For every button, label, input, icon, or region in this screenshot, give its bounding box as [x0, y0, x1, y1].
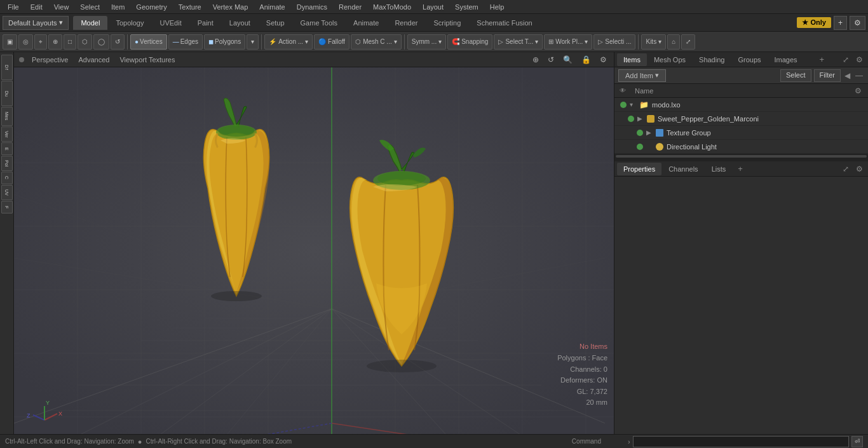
select-i-dropdown[interactable]: ▷ Selecti ... [593, 34, 635, 50]
lasso-button[interactable]: ⬡ [78, 34, 92, 50]
add-item-button[interactable]: Add Item ▾ [618, 69, 666, 82]
items-tab-add[interactable]: + [815, 53, 828, 65]
prop-settings-icon[interactable]: ⚙ [853, 163, 865, 175]
prop-tab-lists[interactable]: Lists [705, 163, 733, 175]
left-tool-9[interactable]: F [1, 201, 13, 214]
items-expand-icon[interactable]: ⤢ [840, 54, 851, 65]
edges-button[interactable]: — Edges [168, 34, 203, 50]
menu-maxtomodo[interactable]: MaxToModo [368, 2, 416, 12]
layout-dropdown[interactable]: Default Layouts ▾ [3, 16, 69, 30]
menu-edit[interactable]: Edit [25, 2, 48, 12]
viewport-textures-btn[interactable]: Viewport Textures [117, 56, 177, 64]
item-vis-root[interactable] [617, 102, 630, 108]
item-expand-root[interactable]: ▾ [630, 101, 637, 108]
viewport-settings-icon[interactable]: ⚙ [598, 55, 609, 64]
select-tool-dropdown[interactable]: ▷ Select T... ▾ [494, 34, 543, 50]
command-submit-btn[interactable]: ⏎ [851, 436, 863, 447]
tab-uvedit[interactable]: UVEdit [152, 16, 189, 30]
tab-render[interactable]: Render [387, 16, 425, 30]
menu-select[interactable]: Select [75, 2, 105, 12]
prop-expand-icon[interactable]: ⤢ [840, 163, 851, 175]
item-expand-texture[interactable]: ▶ [646, 129, 654, 136]
left-tool-2[interactable]: Du [1, 81, 13, 106]
tab-paint[interactable]: Paint [190, 16, 221, 30]
tab-mesh-ops[interactable]: Mesh Ops [648, 53, 692, 66]
tab-groups[interactable]: Groups [731, 53, 767, 66]
menu-render[interactable]: Render [334, 2, 367, 12]
items-arrow-icon[interactable]: ◀ [843, 70, 851, 81]
layout-settings-button[interactable]: ⚙ [850, 16, 865, 30]
left-tool-8[interactable]: UV [1, 185, 13, 200]
viewport-menu-dot[interactable] [19, 57, 24, 62]
item-row-mesh[interactable]: ▶ Sweet_Pepper_Golden_Marconi [614, 112, 868, 126]
rotate-button[interactable]: ↺ [111, 34, 125, 50]
pivot-button[interactable]: ⊕ [48, 34, 62, 50]
layout-add-button[interactable]: + [834, 16, 847, 30]
menu-view[interactable]: View [49, 2, 74, 12]
items-minus-icon[interactable]: — [854, 70, 864, 81]
menu-dynamics[interactable]: Dynamics [292, 2, 332, 12]
left-tool-1[interactable]: Df [1, 55, 13, 80]
action-dropdown[interactable]: ⚡ Action ... ▾ [264, 34, 313, 50]
viewport-perspective-btn[interactable]: Perspective [29, 56, 71, 64]
tab-items[interactable]: Items [617, 53, 647, 66]
snapping-dropdown[interactable]: 🧲 Snapping [447, 34, 492, 50]
item-row-root[interactable]: ▾ 📁 modo.lxo [614, 98, 868, 112]
component-mode-button[interactable]: ⌖ [34, 34, 47, 50]
menu-help[interactable]: Help [485, 2, 510, 12]
menu-item[interactable]: Item [106, 2, 130, 12]
falloff-dropdown[interactable]: 🔵 Falloff [314, 34, 349, 50]
item-row-light[interactable]: Directional Light [614, 140, 868, 154]
viewport-rotate-icon[interactable]: ↺ [546, 55, 556, 64]
viewport-zoom-icon[interactable]: 🔍 [561, 55, 574, 64]
items-select-button[interactable]: Select [780, 69, 811, 82]
symmetry-dropdown[interactable]: Symm ... ▾ [407, 34, 446, 50]
tab-shading[interactable]: Shading [693, 53, 731, 66]
items-filter-button[interactable]: Filter [814, 69, 841, 82]
select-mode-button[interactable]: ▣ [3, 34, 17, 50]
prop-tab-channels[interactable]: Channels [662, 163, 704, 175]
items-list-settings[interactable]: ⚙ [853, 85, 863, 97]
left-tool-4[interactable]: Ver [1, 126, 13, 142]
item-vis-texture[interactable] [634, 130, 646, 136]
tab-animate[interactable]: Animate [346, 16, 386, 30]
left-tool-3[interactable]: Mes [1, 107, 13, 126]
box-button[interactable]: □ [64, 34, 76, 50]
prop-tab-add[interactable]: + [734, 163, 747, 175]
polygons-button[interactable]: ◼ Polygons [204, 34, 245, 50]
menu-file[interactable]: File [3, 2, 24, 12]
component-dropdown[interactable]: ▾ [247, 34, 259, 50]
item-row-texture[interactable]: ▶ Texture Group [614, 126, 868, 140]
items-scrollbar[interactable] [616, 155, 867, 158]
tab-schematic-fusion[interactable]: Schematic Fusion [469, 16, 539, 30]
tab-scripting[interactable]: Scripting [426, 16, 469, 30]
tab-game-tools[interactable]: Game Tools [293, 16, 346, 30]
menu-vertex-map[interactable]: Vertex Map [208, 2, 254, 12]
ellipse-button[interactable]: ◯ [93, 34, 109, 50]
tab-images[interactable]: Images [768, 53, 804, 66]
mesh-dropdown[interactable]: ⬡ Mesh C ... ▾ [351, 34, 402, 50]
items-settings-icon[interactable]: ⚙ [853, 54, 865, 65]
menu-layout[interactable]: Layout [417, 2, 449, 12]
item-vis-light[interactable] [634, 144, 646, 150]
viewport-canvas[interactable]: X Z Y No Items Polygons : Face Channels:… [14, 67, 614, 434]
menu-animate[interactable]: Animate [254, 2, 290, 12]
menu-texture[interactable]: Texture [173, 2, 207, 12]
left-tool-5[interactable]: E [1, 142, 13, 155]
star-only-button[interactable]: ★ Only [797, 17, 831, 28]
vertices-button[interactable]: ● Vertices [130, 34, 167, 50]
item-mode-button[interactable]: ◎ [18, 34, 33, 50]
item-expand-mesh[interactable]: ▶ [637, 115, 645, 122]
left-tool-7[interactable]: C [1, 172, 13, 184]
tab-model[interactable]: Model [73, 16, 107, 30]
viewport-advanced-btn[interactable]: Advanced [76, 56, 112, 64]
menu-system[interactable]: System [450, 2, 484, 12]
kits-dropdown[interactable]: Kits ▾ [641, 34, 666, 50]
item-vis-mesh[interactable] [625, 116, 637, 122]
work-plane-dropdown[interactable]: ⊞ Work Pl... ▾ [544, 34, 592, 50]
tab-layout[interactable]: Layout [222, 16, 258, 30]
tab-topology[interactable]: Topology [108, 16, 151, 30]
viewport-lock-icon[interactable]: 🔒 [580, 55, 593, 64]
menu-geometry[interactable]: Geometry [131, 2, 172, 12]
left-tool-6[interactable]: Pol [1, 156, 13, 171]
